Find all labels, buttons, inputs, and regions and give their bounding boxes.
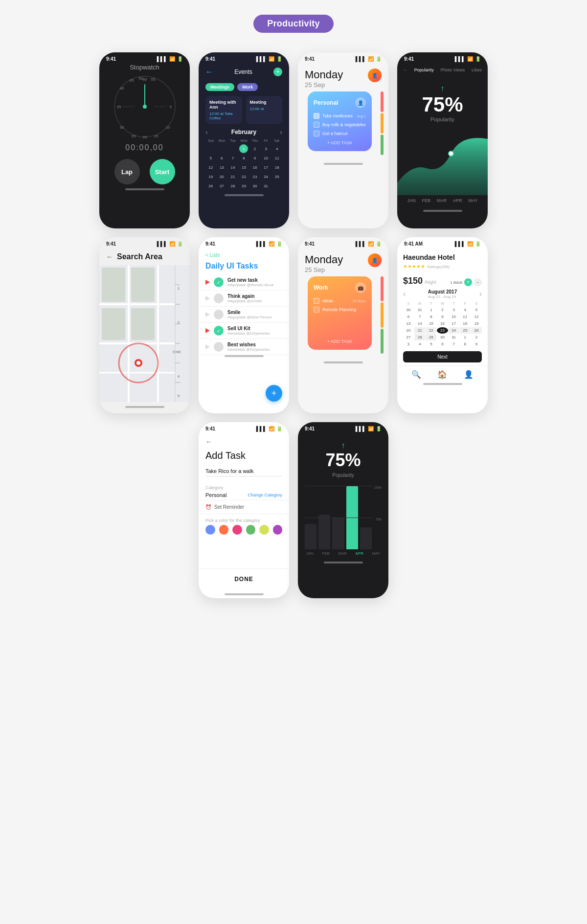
hotel-day[interactable]: 4	[460, 307, 471, 313]
increase-adults-btn[interactable]: +	[464, 278, 472, 286]
task-list-item-5[interactable]: Best wishes #worktask @Giryavenko	[199, 339, 289, 355]
work-add-task-btn[interactable]: + ADD TASK	[314, 339, 366, 344]
hotel-day[interactable]: 11	[460, 314, 471, 320]
cal-day[interactable]: 27	[217, 181, 226, 190]
hotel-day[interactable]: 10	[449, 314, 459, 320]
hotel-day-range[interactable]: 24	[449, 327, 459, 334]
hotel-day[interactable]: 18	[460, 320, 471, 327]
cal-day[interactable]	[272, 181, 281, 190]
cal-day[interactable]: 28	[228, 181, 237, 190]
task-list-item-2[interactable]: Think again #layzytask @Dmitrii	[199, 291, 289, 307]
cal-day[interactable]: 30	[250, 181, 259, 190]
bc-month-feb[interactable]: FEB	[322, 551, 330, 556]
hotel-day[interactable]: 5	[471, 307, 482, 313]
month-jan[interactable]: JAN	[407, 198, 416, 203]
bar-feb[interactable]	[318, 515, 330, 550]
cal-day[interactable]: 21	[228, 172, 237, 181]
color-blue[interactable]	[205, 525, 215, 535]
work-task-card[interactable]: Work 💼 Ideas 23 Tasks Remote Planning + …	[308, 276, 372, 350]
cal-day[interactable]: 24	[262, 172, 271, 181]
bar-may[interactable]	[360, 527, 372, 550]
lap-button[interactable]: Lap	[114, 159, 140, 184]
profile-nav-icon[interactable]: 👤	[464, 370, 474, 379]
work-checkbox-2[interactable]	[314, 307, 319, 313]
next-month-arrow[interactable]: ›	[280, 128, 282, 136]
prev-month-arrow[interactable]: ‹	[205, 128, 208, 136]
event-2[interactable]: Meeting 12:00 at	[246, 96, 283, 124]
hotel-day[interactable]: 9	[471, 341, 482, 347]
cal-day[interactable]: 20	[217, 172, 226, 181]
cal-day[interactable]: 31	[262, 181, 271, 190]
color-orange[interactable]	[219, 525, 229, 535]
hotel-next-button[interactable]: Next	[403, 351, 482, 362]
hotel-day-range[interactable]: 28	[414, 334, 425, 340]
cal-day[interactable]: 22	[239, 172, 248, 181]
cal-day[interactable]: 10	[262, 154, 271, 162]
fab-add-button[interactable]: +	[266, 385, 282, 402]
color-purple[interactable]	[273, 525, 283, 535]
hotel-day[interactable]: 2	[471, 334, 482, 340]
task-checkbox-2[interactable]	[314, 122, 319, 128]
task-checkbox-3[interactable]	[314, 131, 319, 136]
color-green[interactable]	[246, 525, 256, 535]
start-button[interactable]: Start	[150, 159, 175, 184]
personal-task-card[interactable]: Personal 👤 Take medicines Aug 1 Buy milk…	[308, 91, 372, 151]
hotel-day[interactable]: 17	[449, 320, 459, 327]
hotel-day-range[interactable]: 22	[426, 327, 436, 334]
search-nav-icon[interactable]: 🔍	[411, 370, 421, 379]
cal-day[interactable]: 26	[206, 181, 215, 190]
color-pink[interactable]	[232, 525, 242, 535]
event-1[interactable]: Meeting with Ann 12:00 at Talia Coffee	[205, 96, 242, 124]
cal-day-today[interactable]: 1	[239, 144, 248, 153]
decrease-adults-btn[interactable]: -	[474, 278, 482, 286]
hotel-day[interactable]: 3	[449, 307, 459, 313]
nav-back-pop[interactable]: ←	[403, 68, 407, 72]
addtask-reminder-row[interactable]: ⏰ Set Reminder	[199, 500, 289, 514]
hotel-day[interactable]: 9	[437, 314, 448, 320]
hotel-day[interactable]: 8	[460, 341, 471, 347]
cal-day[interactable]: 14	[228, 163, 237, 172]
month-feb[interactable]: FEB	[422, 198, 431, 203]
bar-jan[interactable]	[305, 524, 316, 549]
map-back-button[interactable]: ←	[106, 253, 113, 261]
hotel-day[interactable]: 31	[449, 334, 459, 340]
task-list-item-1[interactable]: ✓ Get new task #layzytask @Roman Bova	[199, 274, 289, 291]
cal-day[interactable]: 5	[206, 154, 215, 162]
prev-month-hotel[interactable]: ‹	[403, 290, 406, 298]
bc-month-may[interactable]: MAY	[372, 551, 380, 556]
task-item-1[interactable]: Take medicines Aug 1	[314, 113, 366, 119]
hotel-day[interactable]: 31	[414, 307, 425, 313]
cal-day[interactable]: 19	[206, 172, 215, 181]
hotel-day[interactable]: 15	[426, 320, 436, 327]
addtask-input-value[interactable]: Take Rico for a walk	[205, 466, 282, 476]
cal-day[interactable]: 18	[272, 163, 281, 172]
nav-likes[interactable]: Likes	[472, 68, 482, 72]
hotel-day-range[interactable]: 29	[426, 334, 436, 340]
done-button[interactable]: DONE	[199, 568, 289, 589]
cal-day[interactable]: 11	[272, 154, 281, 162]
hotel-day[interactable]: 30	[403, 307, 414, 313]
hotel-day[interactable]: 20	[403, 327, 414, 334]
hotel-day[interactable]: 7	[414, 314, 425, 320]
home-nav-icon[interactable]: 🏠	[437, 370, 447, 379]
hotel-day[interactable]: 4	[414, 341, 425, 347]
hotel-day[interactable]: 8	[426, 314, 436, 320]
cal-day[interactable]: 23	[250, 172, 259, 181]
cal-day[interactable]: 25	[272, 172, 281, 181]
bc-month-jan[interactable]: JAN	[306, 551, 314, 556]
hotel-day[interactable]: 2	[437, 307, 448, 313]
hotel-day[interactable]: 14	[414, 320, 425, 327]
nav-photo[interactable]: Photo Views	[440, 68, 465, 72]
hotel-day[interactable]: 5	[426, 341, 436, 347]
bc-month-mar[interactable]: MAR	[338, 551, 347, 556]
cal-day[interactable]: 4	[272, 144, 281, 153]
hotel-day[interactable]: 1	[426, 307, 436, 313]
addtask-input-container[interactable]: Take Rico for a walk	[199, 466, 289, 480]
cal-day[interactable]	[228, 144, 237, 153]
hotel-day[interactable]: 30	[437, 334, 448, 340]
tag-meetings[interactable]: Meetings	[205, 83, 234, 91]
nav-popularity[interactable]: Popularity	[414, 68, 434, 72]
cal-day[interactable]	[217, 144, 226, 153]
hotel-day[interactable]: 13	[403, 320, 414, 327]
month-apr[interactable]: APR	[453, 198, 462, 203]
